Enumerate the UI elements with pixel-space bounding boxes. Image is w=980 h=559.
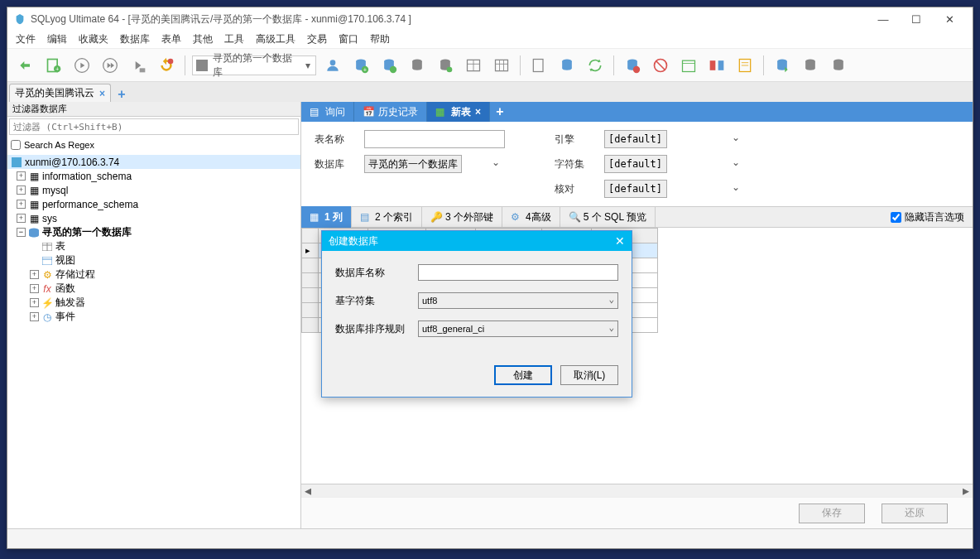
- minimize-button[interactable]: —: [867, 7, 900, 31]
- db-import-icon[interactable]: [799, 54, 822, 77]
- tree-connection[interactable]: xunmi@170.106.3.74: [7, 155, 300, 169]
- engine-select[interactable]: [default]: [604, 130, 667, 148]
- tree-db-information-schema[interactable]: +▦information_schema: [7, 169, 300, 183]
- tree-triggers[interactable]: +⚡触发器: [7, 296, 300, 310]
- connection-tab-label: 寻觅的美国腾讯云: [15, 86, 94, 100]
- cancel-button[interactable]: 取消(L): [560, 365, 618, 385]
- database-icon: ▦: [28, 200, 40, 210]
- base-charset-select[interactable]: utf8: [418, 292, 618, 309]
- dialog-titlebar[interactable]: 创建数据库 ✕: [322, 231, 632, 251]
- tab-query[interactable]: ▤询问: [301, 102, 354, 122]
- db-sync-icon[interactable]: [555, 54, 579, 77]
- hide-lang-option[interactable]: 隐藏语言选项: [891, 210, 964, 224]
- grid2-icon[interactable]: [490, 54, 513, 77]
- menu-database[interactable]: 数据库: [120, 32, 150, 46]
- database-select[interactable]: 寻觅的第一个数据库: [364, 155, 462, 173]
- object-tree[interactable]: xunmi@170.106.3.74 +▦information_schema …: [7, 153, 300, 528]
- db-export-icon[interactable]: [827, 54, 850, 77]
- create-button[interactable]: 创建: [494, 365, 552, 385]
- menu-window[interactable]: 窗口: [339, 32, 358, 46]
- tree-events[interactable]: +◷事件: [7, 310, 300, 324]
- hide-lang-checkbox[interactable]: [891, 212, 901, 223]
- sync-icon[interactable]: [584, 54, 607, 77]
- gtab-fk[interactable]: 🔑3 个外部键: [422, 206, 502, 228]
- regex-checkbox[interactable]: [11, 140, 21, 150]
- add-query-tab[interactable]: +: [490, 104, 510, 119]
- menu-advanced[interactable]: 高级工具: [256, 32, 295, 46]
- db-tool2-icon[interactable]: [434, 54, 457, 77]
- sidebar: 过滤器数据库 Search As Regex xunmi@170.106.3.7…: [7, 102, 301, 528]
- footer-buttons: 保存 还原: [301, 497, 973, 528]
- base-charset-label: 基字符集: [335, 294, 410, 308]
- tree-funcs[interactable]: +fx函数: [7, 282, 300, 296]
- connect-icon[interactable]: [14, 54, 37, 77]
- dbname-input[interactable]: [418, 264, 618, 281]
- dbname-label: 数据库名称: [335, 266, 410, 280]
- export-icon[interactable]: [527, 54, 550, 77]
- table-icon: [41, 242, 53, 252]
- menu-other[interactable]: 其他: [193, 32, 213, 46]
- save-button[interactable]: 保存: [799, 504, 865, 523]
- play-all-icon[interactable]: [98, 54, 122, 77]
- play-icon[interactable]: [70, 54, 94, 77]
- db-collation-select[interactable]: utf8_general_ci: [418, 320, 618, 337]
- db-add-icon[interactable]: +: [349, 54, 372, 77]
- gear-icon: ⚙: [41, 270, 53, 280]
- menu-edit[interactable]: 编辑: [47, 32, 67, 46]
- filter-input[interactable]: [9, 118, 299, 135]
- tree-views[interactable]: 视图: [7, 253, 300, 267]
- horizontal-scrollbar[interactable]: ◂ ▸: [301, 484, 973, 497]
- connection-tab[interactable]: 寻觅的美国腾讯云 ×: [9, 84, 111, 102]
- menu-favorites[interactable]: 收藏夹: [79, 32, 108, 46]
- svg-point-26: [633, 65, 640, 72]
- close-tab-icon[interactable]: ×: [475, 106, 481, 118]
- gtab-sql[interactable]: 🔍5 个 SQL 预览: [560, 206, 656, 228]
- add-connection-tab[interactable]: +: [114, 87, 129, 102]
- calendar-icon[interactable]: [677, 54, 700, 77]
- play-load-icon[interactable]: [127, 54, 150, 77]
- gtab-columns[interactable]: ▦1 列: [301, 206, 352, 228]
- charset-select[interactable]: [default]: [604, 155, 667, 173]
- grid1-icon[interactable]: [462, 54, 485, 77]
- form-icon[interactable]: [733, 54, 757, 77]
- maximize-button[interactable]: ☐: [900, 7, 933, 31]
- tree-procs[interactable]: +⚙存储过程: [7, 267, 300, 282]
- refresh-icon[interactable]: [155, 54, 178, 77]
- cancel-icon[interactable]: [649, 54, 672, 77]
- menu-help[interactable]: 帮助: [370, 32, 390, 46]
- tree-db-user[interactable]: −寻觅的第一个数据库: [7, 225, 300, 239]
- new-query-icon[interactable]: +: [42, 54, 65, 77]
- gtab-advanced[interactable]: ⚙4高级: [502, 206, 560, 228]
- tree-tables[interactable]: 表: [7, 239, 300, 253]
- database-icon: ▦: [28, 214, 40, 224]
- server-icon: [11, 157, 22, 167]
- table-add-icon[interactable]: [377, 54, 401, 77]
- gtab-indexes[interactable]: ▤2 个索引: [352, 206, 422, 228]
- menu-tools[interactable]: 工具: [224, 32, 244, 46]
- database-label: 数据库: [315, 157, 356, 171]
- db-tool1-icon[interactable]: [406, 54, 429, 77]
- close-tab-icon[interactable]: ×: [99, 88, 105, 99]
- tree-db-mysql[interactable]: +▦mysql: [7, 183, 300, 197]
- database-selector[interactable]: 寻觅的第一个数据库: [192, 55, 316, 75]
- tab-newtable[interactable]: ▦新表×: [427, 102, 490, 122]
- tree-db-performance-schema[interactable]: +▦performance_schema: [7, 197, 300, 211]
- user-icon[interactable]: [321, 54, 344, 77]
- compare-icon[interactable]: [705, 54, 728, 77]
- tab-history[interactable]: 📅历史记录: [354, 102, 427, 122]
- menu-transaction[interactable]: 交易: [307, 32, 327, 46]
- db-remove-icon[interactable]: [621, 54, 644, 77]
- db-backup-icon[interactable]: [771, 54, 794, 77]
- menu-table[interactable]: 表单: [161, 32, 181, 46]
- tree-db-sys[interactable]: +▦sys: [7, 211, 300, 225]
- table-icon: ▦: [435, 106, 447, 118]
- svg-rect-32: [718, 60, 724, 70]
- dialog-close-icon[interactable]: ✕: [615, 234, 625, 248]
- restore-button[interactable]: 还原: [882, 504, 948, 523]
- collation-label: 核对: [555, 182, 596, 196]
- tablename-input[interactable]: [364, 130, 505, 148]
- collation-select[interactable]: [default]: [604, 180, 667, 198]
- menu-file[interactable]: 文件: [16, 32, 36, 46]
- close-button[interactable]: ✕: [933, 7, 966, 31]
- calendar-icon: 📅: [363, 106, 374, 118]
